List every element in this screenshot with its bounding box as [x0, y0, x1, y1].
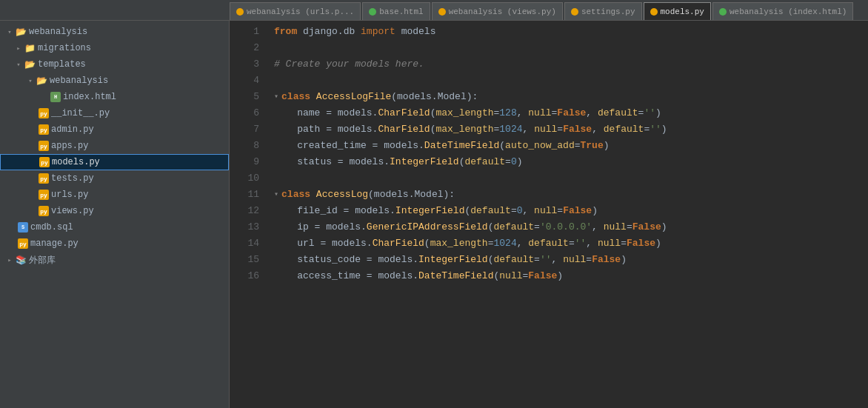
line-number-7: 7 — [230, 121, 259, 138]
code-text: access_time = models.DateTimeField(null=… — [274, 268, 563, 284]
tree-arrow: ▾ — [6, 28, 13, 36]
code-line-6: name = models.CharField(max_length=128, … — [274, 105, 868, 121]
code-line-1: from django.db import models — [274, 24, 868, 40]
tree-item-label: apps.py — [51, 141, 88, 151]
tab-webanalysis-(index.html)[interactable]: webanalysis (index.html) — [712, 2, 853, 20]
line-number-16: 16 — [230, 268, 259, 284]
tab-label: webanalysis (urls.p... — [247, 7, 354, 16]
tree-item-migrations[interactable]: ▸📁 migrations — [0, 40, 229, 56]
tab-webanalysis-(urls.p...[interactable]: webanalysis (urls.p... — [230, 2, 361, 20]
file-type-icon: py — [39, 173, 49, 184]
tree-arrow: ▸ — [15, 44, 22, 53]
tab-models.py[interactable]: models.py — [644, 2, 711, 20]
tree-item-label: migrations — [38, 43, 91, 53]
fold-arrow[interactable]: ▾ — [274, 187, 278, 203]
fold-arrow[interactable]: ▾ — [274, 89, 278, 105]
code-line-10 — [274, 170, 868, 187]
tree-item-index.html[interactable]: H index.html — [0, 89, 229, 105]
tree-item-label: webanalysis — [50, 76, 108, 86]
code-line-4 — [274, 73, 868, 89]
tab-label: models.py — [661, 7, 704, 16]
tree-item-label: webanalysis — [29, 27, 87, 37]
code-text: status_code = models.IntegerField(defaul… — [274, 252, 627, 268]
file-tree: ▾📂 webanalysis▸📁 migrations▾📂 templates▾… — [0, 21, 230, 408]
tree-arrow: ▾ — [15, 61, 22, 69]
line-number-8: 8 — [230, 138, 259, 154]
tree-item-webanalysis[interactable]: ▾📂 webanalysis — [0, 24, 229, 40]
code-line-11: ▾class AccessLog(models.Model): — [274, 187, 868, 203]
tree-item-label: urls.py — [51, 190, 88, 200]
code-line-12: file_id = models.IntegerField(default=0,… — [274, 203, 868, 219]
code-text: created_time = models.DateTimeField(auto… — [274, 138, 610, 154]
code-text: class AccessLog(models.Model): — [281, 187, 455, 203]
tree-item-label: index.html — [63, 92, 116, 102]
line-number-2: 2 — [230, 40, 259, 56]
tree-item-views.py[interactable]: py views.py — [0, 203, 229, 219]
tree-arrow: ▸ — [6, 256, 13, 264]
file-type-icon: py — [39, 206, 49, 216]
file-type-icon: py — [39, 190, 49, 200]
code-line-9: status = models.IntegerField(default=0) — [274, 154, 868, 170]
line-number-12: 12 — [230, 203, 259, 219]
line-number-1: 1 — [230, 24, 259, 40]
folder-icon: 📁 — [24, 43, 36, 54]
tree-item-apps.py[interactable]: py apps.py — [0, 138, 229, 154]
tree-item-models.py[interactable]: py models.py — [0, 154, 229, 170]
tree-item-label: tests.py — [51, 173, 94, 184]
tree-item-webanalysis[interactable]: ▾📂 webanalysis — [0, 73, 229, 89]
line-number-11: 11 — [230, 187, 259, 203]
tree-item-urls.py[interactable]: py urls.py — [0, 187, 229, 203]
tree-item-templates[interactable]: ▾📂 templates — [0, 56, 229, 73]
tab-label: base.html — [379, 7, 423, 16]
tree-item-manage.py[interactable]: py manage.py — [0, 235, 229, 252]
tree-item-label: admin.py — [51, 124, 94, 135]
file-type-icon: py — [39, 141, 49, 151]
tab-label: webanalysis (index.html) — [730, 7, 847, 16]
file-type-icon: py — [18, 238, 28, 249]
tree-item-tests.py[interactable]: py tests.py — [0, 170, 229, 187]
line-number-4: 4 — [230, 73, 259, 89]
file-type-icon: py — [39, 108, 49, 118]
file-type-icon: py — [39, 124, 49, 135]
tree-item-label: models.py — [52, 157, 100, 167]
tree-item-__init__.py[interactable]: py __init__.py — [0, 105, 229, 121]
code-line-8: created_time = models.DateTimeField(auto… — [274, 138, 868, 154]
tree-item-label: views.py — [51, 206, 94, 216]
tree-item-label: templates — [38, 59, 86, 70]
line-number-3: 3 — [230, 56, 259, 73]
code-text: url = models.CharField(max_length=1024, … — [274, 235, 661, 252]
code-line-16: access_time = models.DateTimeField(null=… — [274, 268, 868, 284]
line-number-15: 15 — [230, 252, 259, 268]
code-line-14: url = models.CharField(max_length=1024, … — [274, 235, 868, 252]
code-text: # Create your models here. — [274, 56, 424, 73]
tab-label: settings.py — [581, 7, 635, 16]
line-number-13: 13 — [230, 219, 259, 235]
tree-arrow: ▾ — [27, 77, 34, 85]
line-number-14: 14 — [230, 235, 259, 252]
code-line-2 — [274, 40, 868, 56]
tree-item-cmdb.sql[interactable]: S cmdb.sql — [0, 219, 229, 235]
code-editor: 12345678910111213141516 from django.db i… — [230, 21, 868, 408]
line-number-9: 9 — [230, 154, 259, 170]
tree-item-外部库[interactable]: ▸📚 外部库 — [0, 252, 229, 268]
code-line-13: ip = models.GenericIPAddressField(defaul… — [274, 219, 868, 235]
code-text: file_id = models.IntegerField(default=0,… — [274, 203, 598, 219]
tab-settings.py[interactable]: settings.py — [564, 2, 642, 20]
code-line-15: status_code = models.IntegerField(defaul… — [274, 252, 868, 268]
tree-item-admin.py[interactable]: py admin.py — [0, 121, 229, 138]
folder-icon: 📂 — [24, 59, 36, 70]
tree-item-label: manage.py — [30, 238, 79, 249]
code-text: path = models.CharField(max_length=1024,… — [274, 121, 667, 138]
tab-label: webanalysis (views.py) — [449, 7, 556, 16]
file-type-icon: H — [50, 92, 61, 102]
code-text: status = models.IntegerField(default=0) — [274, 154, 523, 170]
tab-webanalysis-(views.py)[interactable]: webanalysis (views.py) — [432, 2, 563, 20]
line-number-10: 10 — [230, 170, 259, 187]
code-line-7: path = models.CharField(max_length=1024,… — [274, 121, 868, 138]
folder-icon: 📂 — [36, 76, 47, 87]
line-number-5: 5 — [230, 89, 259, 105]
file-type-icon: S — [18, 222, 28, 233]
tab-base.html[interactable]: base.html — [362, 2, 430, 20]
tree-item-label: cmdb.sql — [30, 222, 73, 233]
code-line-5: ▾class AccessLogFile(models.Model): — [274, 89, 868, 105]
